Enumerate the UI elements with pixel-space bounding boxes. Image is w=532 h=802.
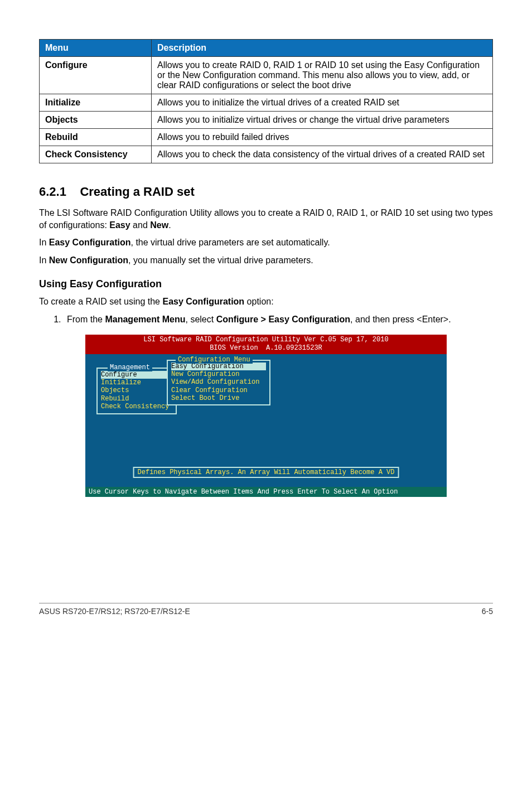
text: In: [39, 238, 49, 247]
bold-text: Easy Configuration: [49, 238, 131, 247]
table-cell-desc: Allows you to initialize the virtual dri…: [152, 94, 493, 112]
text: The LSI Software RAID Configuration Util…: [39, 208, 493, 230]
table-row: Initialize Allows you to initialize the …: [40, 94, 493, 112]
table-cell-menu: Initialize: [40, 94, 152, 112]
bios-cfg-item-new[interactable]: New Configuration: [171, 370, 266, 378]
bold-text: Easy: [109, 220, 130, 230]
text: , select: [185, 315, 216, 324]
bios-mgmt-item-objects[interactable]: Objects: [101, 386, 172, 394]
bold-text: New: [150, 220, 168, 230]
section-title: Creating a RAID set: [80, 185, 194, 199]
paragraph: In New Configuration, you manually set t…: [39, 254, 493, 267]
text: option:: [244, 297, 273, 306]
bold-text: New Configuration: [49, 255, 128, 265]
bios-configuration-menu[interactable]: Configuration Menu Easy Configuration Ne…: [167, 360, 270, 405]
bold-text: Easy Configuration: [162, 297, 244, 306]
section-heading: 6.2.1 Creating a RAID set: [39, 185, 493, 199]
table-row: Rebuild Allows you to rebuild failed dri…: [40, 129, 493, 146]
bios-body: Management Configure Initialize Objects …: [85, 354, 447, 487]
bold-text: Management Menu: [105, 315, 185, 324]
bios-cfg-item-select-boot[interactable]: Select Boot Drive: [171, 394, 266, 402]
bios-hint-bar: Defines Physical Arrays. An Array Will A…: [133, 467, 399, 478]
text: From the: [67, 315, 105, 324]
paragraph: In Easy Configuration, the virtual drive…: [39, 236, 493, 249]
bios-title-line2: BIOS Version A.10.09231523R: [210, 344, 322, 352]
page-footer: ASUS RS720-E7/RS12; RS720-E7/RS12-E 6-5: [39, 603, 493, 616]
bios-screenshot: LSI Software RAID Configuration Utility …: [85, 335, 447, 497]
subsection-heading: Using Easy Configuration: [39, 278, 493, 290]
bios-mgmt-item-rebuild[interactable]: Rebuild: [101, 395, 172, 403]
bios-cfg-item-clear[interactable]: Clear Configuration: [171, 386, 266, 394]
text: , the virtual drive parameters are set a…: [130, 238, 330, 247]
menu-description-table: Menu Description Configure Allows you to…: [39, 39, 493, 163]
bios-management-menu[interactable]: Management Configure Initialize Objects …: [96, 368, 177, 414]
paragraph: The LSI Software RAID Configuration Util…: [39, 207, 493, 231]
text: and: [130, 220, 151, 230]
table-cell-menu: Rebuild: [40, 129, 152, 146]
table-row: Check Consistency Allows you to check th…: [40, 146, 493, 163]
text: To create a RAID set using the: [39, 297, 162, 306]
footer-left: ASUS RS720-E7/RS12; RS720-E7/RS12-E: [39, 607, 190, 616]
table-cell-desc: Allows you to rebuild failed drives: [152, 129, 493, 146]
table-cell-desc: Allows you to initialize virtual drives …: [152, 112, 493, 129]
bios-footer-bar: Use Cursor Keys to Navigate Between Item…: [85, 487, 447, 497]
bios-cfg-item-easy[interactable]: Easy Configuration: [171, 363, 266, 370]
table-cell-menu: Objects: [40, 112, 152, 129]
bold-text: Configure > Easy Configuration: [216, 315, 350, 324]
bios-title-line1: LSI Software RAID Configuration Utility …: [143, 336, 388, 344]
bios-mgmt-item-check-consistency[interactable]: Check Consistency: [101, 403, 172, 410]
bios-title-bar: LSI Software RAID Configuration Utility …: [85, 335, 447, 354]
bios-mgmt-item-configure[interactable]: Configure: [101, 371, 172, 379]
bios-management-legend: Management: [108, 364, 152, 371]
list-item: From the Management Menu, select Configu…: [64, 313, 493, 326]
section-number: 6.2.1: [39, 185, 66, 199]
text: , you manually set the virtual drive par…: [128, 255, 313, 265]
table-cell-menu: Configure: [40, 57, 152, 94]
footer-page-number: 6-5: [482, 607, 493, 616]
steps-list: From the Management Menu, select Configu…: [39, 313, 493, 326]
table-cell-desc: Allows you to check the data consistency…: [152, 146, 493, 163]
bios-cfg-item-view-add[interactable]: View/Add Configuration: [171, 378, 266, 386]
paragraph: To create a RAID set using the Easy Conf…: [39, 296, 493, 308]
text: .: [168, 220, 171, 230]
table-header-description: Description: [152, 40, 493, 57]
bios-mgmt-item-initialize[interactable]: Initialize: [101, 379, 172, 386]
text: In: [39, 255, 49, 265]
table-row: Objects Allows you to initialize virtual…: [40, 112, 493, 129]
table-header-menu: Menu: [40, 40, 152, 57]
table-cell-menu: Check Consistency: [40, 146, 152, 163]
text: , and then press <Enter>.: [350, 315, 451, 324]
bios-configuration-legend: Configuration Menu: [176, 356, 253, 364]
table-cell-desc: Allows you to create RAID 0, RAID 1 or R…: [152, 57, 493, 94]
table-row: Configure Allows you to create RAID 0, R…: [40, 57, 493, 94]
